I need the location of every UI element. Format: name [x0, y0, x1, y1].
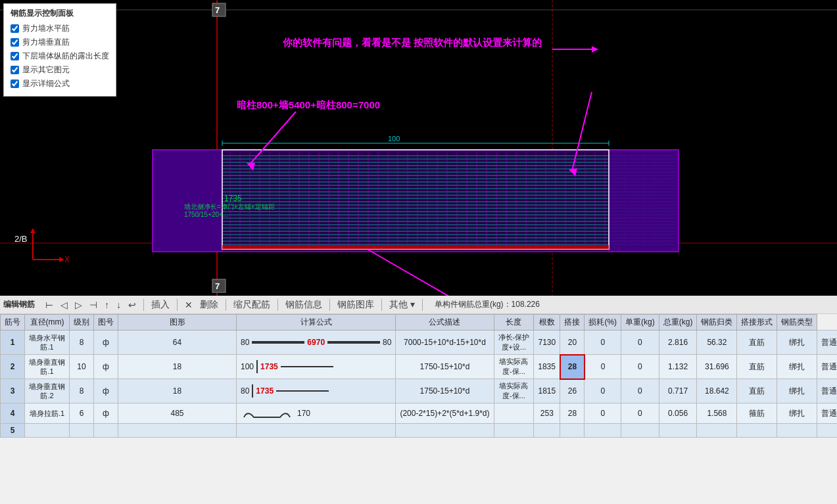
checkbox-other[interactable]: 显示其它图元 [11, 64, 109, 76]
cell-num: 3 [1, 379, 25, 403]
svg-rect-90 [222, 245, 609, 249]
cell-length: 1815 [534, 379, 560, 403]
table-row[interactable]: 1 墙身水平钢筋.1 8 ф 64 80 6970 80 7 [1, 331, 838, 355]
table-row[interactable]: 2 墙身垂直钢筋.1 10 ф 18 100 1735 1750-15+10*d [1, 355, 838, 379]
sep2 [177, 299, 178, 311]
cell-desc [494, 403, 534, 424]
btn-prev[interactable]: ◁ [59, 299, 70, 311]
svg-text:墙北侧净长=净门+左锚+定锚距: 墙北侧净长=净门+左锚+定锚距 [183, 203, 275, 210]
cell-rebar-type [817, 424, 837, 438]
btn-next[interactable]: ▷ [73, 299, 84, 311]
cell-fignum: 485 [118, 403, 237, 424]
cell-formula: 7000-15+10*d-15+10*d [396, 331, 494, 355]
cell-unitwt: 0.717 [659, 379, 697, 403]
th-overlap: 搭接 [560, 315, 585, 331]
th-length: 长度 [494, 315, 534, 331]
svg-text:100: 100 [388, 135, 400, 143]
svg-text:1750/15+20+...: 1750/15+20+... [184, 211, 228, 218]
cell-overlap [585, 424, 621, 438]
cell-formula: 1750-15+10*d [396, 355, 494, 379]
cell-grade: ф [94, 355, 118, 379]
th-desc: 公式描述 [396, 315, 494, 331]
btn-rebar-info[interactable]: 钢筋信息 [283, 298, 324, 311]
btn-up[interactable]: ↑ [103, 299, 111, 311]
cell-shape: 100 1735 [237, 355, 396, 379]
cell-name [25, 424, 70, 438]
cb-other[interactable] [11, 66, 19, 74]
cell-loss [621, 424, 659, 438]
sep3 [226, 299, 226, 311]
sep6 [381, 299, 382, 311]
cell-totalwt: 18.642 [697, 379, 737, 403]
btn-scale[interactable]: 缩尺配筋 [231, 298, 272, 311]
rebar-table: 筋号 直径(mm) 级别 图号 图形 计算公式 公式描述 长度 根数 搭接 损耗… [0, 314, 837, 438]
th-loss: 损耗(%) [585, 315, 621, 331]
cad-svg: 100 1735 墙北侧净长=净门+左锚+定锚距 1750/15+20+... … [0, 0, 837, 296]
cell-diameter: 6 [70, 403, 94, 424]
th-overlap-type: 搭接形式 [737, 315, 777, 331]
checkbox-detail[interactable]: 显示详细公式 [11, 78, 109, 89]
cell-overlap-type: 绑扎 [777, 403, 817, 424]
btn-other[interactable]: 其他 ▾ [387, 298, 417, 311]
cell-totalwt: 31.696 [697, 355, 737, 379]
weight-info: 单构件钢筋总重(kg)：108.226 [435, 299, 540, 310]
th-rebar-type: 钢筋类型 [777, 315, 817, 331]
cb-horizontal[interactable] [11, 24, 19, 33]
cell-fignum: 64 [118, 331, 237, 355]
cell-num: 4 [1, 403, 25, 424]
cell-name: 墙身拉筋.1 [25, 403, 70, 424]
btn-delete[interactable]: 删除 [198, 298, 220, 311]
svg-rect-80 [153, 150, 222, 252]
cell-desc: 墙实际高度-保... [494, 379, 534, 403]
cell-category: 直筋 [737, 379, 777, 403]
cell-overlap-type [777, 424, 817, 438]
cell-totalwt: 56.32 [697, 331, 737, 355]
cell-length: 253 [534, 403, 560, 424]
cell-overlap: 0 [585, 379, 621, 403]
checkbox-vertical[interactable]: 剪力墙垂直筋 [11, 37, 109, 48]
cell-num: 1 [1, 331, 25, 355]
cb-expose[interactable] [11, 52, 19, 60]
table-row[interactable]: 3 墙身垂直钢筋.2 8 ф 18 80 1735 1750-15+10*d [1, 379, 838, 403]
rebar-table-container[interactable]: 筋号 直径(mm) 级别 图号 图形 计算公式 公式描述 长度 根数 搭接 损耗… [0, 314, 837, 484]
cb-vertical[interactable] [11, 38, 19, 47]
cell-name: 墙身垂直钢筋.1 [25, 355, 70, 379]
cell-fignum [118, 424, 237, 438]
cell-rebar-type: 普通钢筋 [817, 379, 837, 403]
cell-length: 7130 [534, 331, 560, 355]
table-row[interactable]: 5 [1, 424, 838, 438]
th-fignum: 图号 [94, 315, 118, 331]
cell-loss: 0 [621, 403, 659, 424]
cell-count: 26 [560, 379, 585, 403]
cell-length [534, 424, 560, 438]
cell-loss: 0 [621, 355, 659, 379]
cell-shape: 80 1735 [237, 379, 396, 403]
th-unitwt: 单重(kg) [621, 315, 659, 331]
btn-down[interactable]: ↓ [114, 299, 123, 311]
cell-diameter [70, 424, 94, 438]
cell-overlap: 0 [585, 355, 621, 379]
toolbar-title: 编辑钢筋 [3, 299, 35, 310]
svg-text:2/B: 2/B [14, 234, 28, 244]
btn-insert[interactable]: 插入 [149, 298, 172, 311]
checkbox-horizontal[interactable]: 剪力墙水平筋 [11, 23, 109, 34]
btn-last[interactable]: ⊣ [87, 299, 99, 311]
btn-undo[interactable]: ↩ [126, 299, 138, 311]
cell-name: 墙身垂直钢筋.2 [25, 379, 70, 403]
cell-unitwt [659, 424, 697, 438]
cell-count [560, 424, 585, 438]
cell-rebar-type: 普通钢筋 [817, 355, 837, 379]
cb-detail[interactable] [11, 80, 19, 88]
cell-count: 28 [560, 355, 585, 379]
btn-rebar-lib[interactable]: 钢筋图库 [335, 298, 376, 311]
cell-unitwt: 2.816 [659, 331, 697, 355]
btn-first[interactable]: ⊢ [43, 299, 55, 311]
th-grade: 级别 [70, 315, 94, 331]
checkbox-expose[interactable]: 下层墙体纵筋的露出长度 [11, 51, 109, 62]
table-row[interactable]: 4 墙身拉筋.1 6 ф 485 170 (200-2*15)+2*(5*d+1… [1, 403, 838, 424]
cell-totalwt [697, 424, 737, 438]
cell-diameter: 10 [70, 355, 94, 379]
cell-num: 5 [1, 424, 25, 438]
svg-text:7: 7 [215, 5, 220, 15]
btn-delete-icon[interactable]: ✕ [183, 299, 195, 311]
